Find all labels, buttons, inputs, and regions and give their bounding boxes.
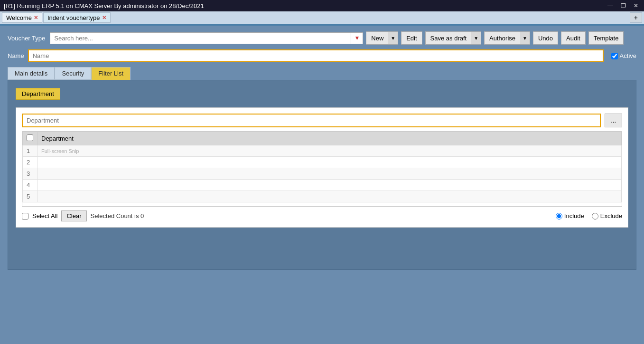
active-container: Active xyxy=(611,52,636,59)
save-draft-dropdown[interactable]: ▼ xyxy=(471,31,481,45)
authorise-dropdown[interactable]: ▼ xyxy=(520,31,530,45)
dept-table: Department 1 Full-screen Snip 2 xyxy=(22,132,622,202)
filter-area: ... Department 1 xyxy=(16,107,628,228)
table-header-checkbox xyxy=(23,132,37,145)
restore-button[interactable]: ❐ xyxy=(619,2,628,9)
new-button[interactable]: New xyxy=(366,31,388,45)
minimize-button[interactable]: — xyxy=(606,2,615,9)
template-button[interactable]: Template xyxy=(588,31,624,45)
search-dropdown-button[interactable]: ▼ xyxy=(351,32,363,44)
row-num-3: 3 xyxy=(23,168,37,180)
header-checkbox[interactable] xyxy=(27,134,33,141)
toolbar: Voucher Type ▼ New ▼ Edit Save as draft … xyxy=(8,31,636,45)
table-row: 3 xyxy=(23,168,622,180)
selected-count-label: Selected Count is 0 xyxy=(91,212,144,220)
table-header-department: Department xyxy=(37,132,622,145)
exclude-label: Exclude xyxy=(600,212,622,220)
row-dept-4 xyxy=(37,180,622,191)
table-row: 1 Full-screen Snip xyxy=(23,145,622,157)
browse-button[interactable]: ... xyxy=(605,114,622,127)
table-row: 5 xyxy=(23,191,622,202)
audit-button[interactable]: Audit xyxy=(561,31,586,45)
dept-table-scroll[interactable]: Department 1 Full-screen Snip 2 xyxy=(22,131,622,207)
tab-indent-label: Indent vouchertype xyxy=(47,14,100,21)
filter-panel: Department ... Department xyxy=(8,80,636,270)
exclude-option[interactable]: Exclude xyxy=(592,212,622,220)
tab-welcome[interactable]: Welcome ✕ xyxy=(2,12,42,23)
save-draft-button[interactable]: Save as draft xyxy=(425,31,472,45)
row-num-2: 2 xyxy=(23,157,37,168)
tab-indent-close[interactable]: ✕ xyxy=(102,15,106,21)
table-row: 2 xyxy=(23,157,622,168)
dept-search-input[interactable] xyxy=(22,114,601,127)
window-controls: — ❐ ✕ xyxy=(606,2,640,9)
tab-filter-list[interactable]: Filter List xyxy=(91,67,131,80)
tab-main-details[interactable]: Main details xyxy=(8,67,55,80)
table-row: 4 xyxy=(23,180,622,191)
close-button[interactable]: ✕ xyxy=(632,2,640,9)
active-label: Active xyxy=(620,52,636,59)
voucher-type-search-input[interactable] xyxy=(50,32,351,44)
department-button[interactable]: Department xyxy=(16,88,60,100)
name-input[interactable] xyxy=(28,49,604,62)
snippet-text: Full-screen Snip xyxy=(41,148,79,154)
bottom-left: Select All Clear Selected Count is 0 xyxy=(22,210,144,221)
active-checkbox[interactable] xyxy=(611,53,618,59)
main-content: Voucher Type ▼ New ▼ Edit Save as draft … xyxy=(0,26,644,344)
row-dept-3 xyxy=(37,168,622,180)
tab-bar: Welcome ✕ Indent vouchertype ✕ + xyxy=(0,11,644,25)
row-num-5: 5 xyxy=(23,191,37,202)
include-label: Include xyxy=(564,212,584,220)
new-dropdown-arrow[interactable]: ▼ xyxy=(388,31,398,45)
undo-button[interactable]: Undo xyxy=(533,31,558,45)
row-dept-5 xyxy=(37,191,622,202)
new-button-group: New ▼ xyxy=(366,31,398,45)
dept-search-row: ... xyxy=(22,114,622,127)
include-option[interactable]: Include xyxy=(556,212,584,220)
tab-welcome-label: Welcome xyxy=(6,14,32,21)
select-all-checkbox[interactable] xyxy=(22,213,28,220)
tab-indent-vouchertype[interactable]: Indent vouchertype ✕ xyxy=(43,12,111,23)
authorise-group: Authorise ▼ xyxy=(484,31,530,45)
tab-welcome-close[interactable]: ✕ xyxy=(34,15,38,21)
app-title: [R1] Running ERP 5.1 on CMAX Server By a… xyxy=(4,2,204,10)
tab-security[interactable]: Security xyxy=(55,67,91,80)
search-container: ▼ xyxy=(50,32,363,44)
name-row: Name Active xyxy=(8,49,636,62)
bottom-row: Select All Clear Selected Count is 0 Inc… xyxy=(22,210,622,221)
edit-button[interactable]: Edit xyxy=(401,31,422,45)
row-num-4: 4 xyxy=(23,180,37,191)
clear-button[interactable]: Clear xyxy=(61,210,86,221)
row-dept-1: Full-screen Snip xyxy=(37,145,622,157)
voucher-type-label: Voucher Type xyxy=(8,35,45,42)
title-bar: [R1] Running ERP 5.1 on CMAX Server By a… xyxy=(0,0,644,11)
row-dept-2 xyxy=(37,157,622,168)
name-label: Name xyxy=(8,52,24,59)
exclude-radio[interactable] xyxy=(592,213,598,220)
authorise-button[interactable]: Authorise xyxy=(484,31,520,45)
include-radio[interactable] xyxy=(556,213,562,220)
row-num-1: 1 xyxy=(23,145,37,157)
inner-tabs: Main details Security Filter List xyxy=(8,67,636,80)
bottom-right: Include Exclude xyxy=(556,212,622,220)
save-draft-group: Save as draft ▼ xyxy=(425,31,482,45)
select-all-label[interactable]: Select All xyxy=(32,212,57,220)
tab-add-button[interactable]: + xyxy=(630,12,642,23)
